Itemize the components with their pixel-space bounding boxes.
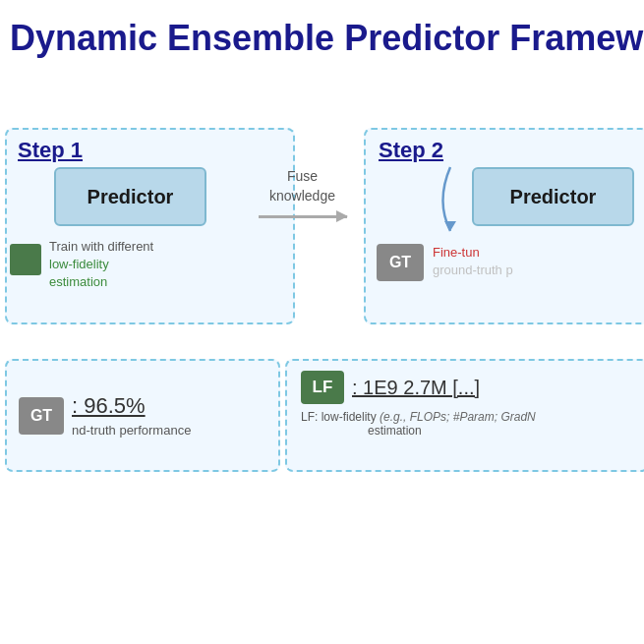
gt-label-bottom: GT <box>30 407 52 425</box>
page-title: Dynamic Ensemble Predictor Framewor <box>10 18 644 58</box>
predictor-box-step1: Predictor <box>54 167 206 226</box>
gt-box-step2: GT <box>377 244 424 281</box>
fuse-area: Fuse knowledge <box>231 167 374 218</box>
svg-marker-0 <box>444 221 456 231</box>
train-text: Train with different low-fidelity estima… <box>49 238 153 292</box>
step1-label: Step 1 <box>18 138 83 163</box>
curved-arrow-step2 <box>431 162 470 245</box>
lf-values: : 1E9 2.7M [...] <box>352 377 480 399</box>
performance-value-text: : 96.5% <box>72 393 146 418</box>
bottom-left-box: GT : 96.5% nd-truth performance <box>5 359 280 472</box>
green-rect-step1 <box>10 244 41 275</box>
lf-row: LF : 1E9 2.7M [...] <box>301 371 633 404</box>
fuse-line1: Fuse <box>287 168 318 184</box>
page-container: Dynamic Ensemble Predictor Framewor Step… <box>0 0 644 644</box>
predictor-label-step1: Predictor <box>88 186 174 208</box>
performance-value: : 96.5% <box>72 393 191 419</box>
arrow-right <box>231 215 374 218</box>
gt-label-step2: GT <box>389 254 411 271</box>
groundtruth-label: ground-truth p <box>433 263 513 277</box>
finetune-label: Fine-tun <box>433 245 480 260</box>
arrow-line <box>259 215 347 218</box>
lf-values-text: : 1E9 2.7M [...] <box>352 377 480 398</box>
step2-label: Step 2 <box>379 138 443 163</box>
predictor-box-step2: Predictor <box>472 167 634 226</box>
lf-desc: LF: low-fidelity (e.g., FLOPs; #Param; G… <box>301 410 633 438</box>
performance-block: : 96.5% nd-truth performance <box>72 393 191 438</box>
lf-desc-italic: (e.g., FLOPs; #Param; GradN <box>380 410 536 424</box>
train-line1: Train with different <box>49 239 153 254</box>
lf-box: LF <box>301 371 344 404</box>
fuse-line2: knowledge <box>269 188 335 204</box>
lf-label: LF <box>313 378 333 397</box>
train-line2: low-fidelity <box>49 257 109 271</box>
lf-desc-label: LF: low-fidelity <box>301 410 377 424</box>
predictor-label-step2: Predictor <box>510 186 597 208</box>
lf-desc-line2: estimation <box>368 424 422 438</box>
gt-box-bottom: GT <box>19 397 64 435</box>
title-bar: Dynamic Ensemble Predictor Framewor <box>0 18 644 59</box>
train-line3: estimation <box>49 274 107 289</box>
bottom-right-box: LF : 1E9 2.7M [...] LF: low-fidelity (e.… <box>285 359 644 472</box>
finetune-text-step2: Fine-tun ground-truth p <box>433 244 513 279</box>
fuse-text: Fuse knowledge <box>231 167 374 205</box>
performance-sub: nd-truth performance <box>72 423 191 438</box>
